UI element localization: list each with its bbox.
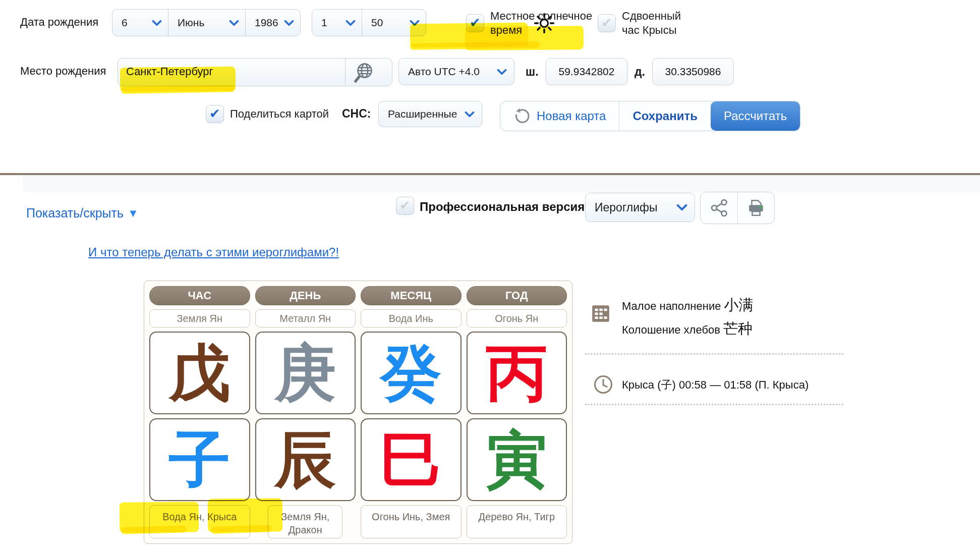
show-hide-toggle[interactable]: Показать/скрыть: [26, 206, 124, 221]
undo-icon: [513, 107, 531, 125]
place-search-button[interactable]: [345, 59, 382, 86]
chevron-down-icon: [410, 20, 420, 26]
solar-term-2-label: Колошение хлебов 芒种: [622, 319, 753, 339]
share-map-checkbox[interactable]: ✔: [206, 105, 224, 123]
chevron-down-icon: [676, 204, 687, 211]
date-select-group: 6 Июнь 1986: [112, 9, 301, 36]
chevron-down-icon: [465, 111, 475, 118]
chart-actions-group: Новая карта Сохранить Рассчитать: [500, 101, 800, 131]
cns-select[interactable]: Расширенные: [378, 101, 482, 127]
calendar-icon: [590, 303, 611, 324]
earthly-branch-cell: 子: [149, 418, 250, 501]
pro-version-checkbox[interactable]: ✔: [396, 197, 414, 215]
year-select[interactable]: 1986: [245, 10, 300, 36]
chevron-down-icon: [497, 69, 507, 75]
longitude-label: д.: [635, 65, 645, 79]
month-select[interactable]: Июнь: [168, 10, 245, 36]
hour-range-label: Крыса (子) 00:58 — 01:58 (П. Крыса): [622, 377, 809, 393]
checkmark-icon: ✔: [399, 199, 411, 212]
view-mode-select[interactable]: Иероглифы: [585, 193, 695, 222]
pillar-header: ДЕНЬ: [255, 286, 356, 305]
pillar-column-hour: ЧАС Земля Ян 戊 子 Вода Ян, Крыса: [149, 286, 250, 538]
highlight-marker: [410, 41, 540, 50]
share-button[interactable]: [701, 192, 737, 224]
pillar-column-day: ДЕНЬ Металл Ян 庚 辰 Земля Ян, Дракон: [255, 286, 356, 538]
new-chart-button[interactable]: Новая карта: [500, 101, 619, 131]
subbar-background: [23, 175, 980, 192]
pillar-animal: Огонь Инь, Змея: [361, 505, 462, 538]
chevron-down-icon: [345, 20, 356, 26]
earthly-branch-cell: 辰: [255, 418, 356, 501]
local-solar-time-label: Местное солнечное время: [490, 9, 594, 37]
dotted-divider: [585, 404, 843, 405]
earthly-branch-cell: 巳: [361, 418, 462, 501]
chevron-down-icon: [229, 20, 239, 26]
pillar-animal: Земля Ян, Дракон: [268, 505, 342, 538]
triangle-down-icon[interactable]: ▼: [128, 207, 139, 220]
share-map-label: Поделиться картой: [230, 107, 329, 121]
clock-icon: [593, 374, 613, 395]
birth-place-label: Место рождения: [20, 65, 106, 78]
bazi-calculator-page: Дата рождения 6 Июнь 1986: [0, 0, 980, 547]
place-input-group: [118, 58, 392, 86]
pillar-element: Металл Ян: [255, 309, 356, 327]
pillar-header: ЧАС: [149, 286, 250, 305]
latitude-input[interactable]: [546, 58, 627, 85]
time-select-group: 1 50: [312, 9, 426, 36]
solar-term-2-cjk: 芒种: [723, 320, 753, 337]
pillar-column-year: ГОД Огонь Ян 丙 寅 Дерево Ян, Тигр: [467, 286, 567, 538]
cns-label: СНС:: [342, 107, 371, 121]
share-icon: [710, 198, 729, 217]
pillar-element: Огонь Ян: [467, 309, 567, 327]
printer-icon: [746, 198, 766, 217]
solar-term-1-label: Малое наполнение 小满: [622, 295, 754, 315]
longitude-input[interactable]: [652, 58, 734, 85]
earthly-branch-cell: 寅: [467, 418, 567, 501]
latitude-label: ш.: [526, 65, 539, 79]
heavenly-stem-cell: 庚: [255, 332, 356, 414]
checkmark-icon: ✔: [601, 16, 612, 29]
heavenly-stem-cell: 癸: [361, 332, 462, 414]
day-select[interactable]: 6: [112, 10, 168, 36]
checkmark-icon: ✔: [209, 107, 220, 120]
timezone-select[interactable]: Авто UTC +4.0: [398, 58, 514, 85]
checkmark-icon: ✔: [470, 16, 481, 29]
solar-term-1-cjk: 小满: [724, 297, 754, 313]
pillar-animal: Дерево Ян, Тигр: [467, 505, 567, 538]
print-button[interactable]: [737, 192, 774, 224]
local-solar-time-checkbox[interactable]: ✔: [466, 14, 484, 32]
dotted-divider: [585, 353, 843, 355]
calculate-button[interactable]: Рассчитать: [711, 101, 800, 131]
pillar-element: Земля Ян: [149, 309, 250, 327]
heavenly-stem-cell: 戊: [149, 332, 250, 414]
double-rat-hour-label: Сдвоенный час Крысы: [622, 9, 698, 37]
heavenly-stem-cell: 丙: [467, 332, 567, 414]
save-button[interactable]: Сохранить: [619, 101, 711, 131]
birth-place-input[interactable]: [118, 59, 345, 85]
pillar-column-month: МЕСЯЦ Вода Инь 癸 巳 Огонь Инь, Змея: [361, 286, 462, 538]
birth-date-label: Дата рождения: [20, 16, 98, 29]
bazi-pillar-table: ЧАС Земля Ян 戊 子 Вода Ян, Крыса ДЕНЬ Мет…: [144, 281, 572, 544]
chevron-down-icon: [152, 20, 162, 26]
minute-select[interactable]: 50: [362, 10, 426, 36]
pro-version-label: Профессиональная версия: [420, 200, 585, 214]
pillar-animal: Вода Ян, Крыса: [149, 505, 250, 538]
pillar-header: МЕСЯЦ: [361, 286, 462, 305]
hour-select[interactable]: 1: [312, 10, 362, 36]
help-link[interactable]: И что теперь делать с этими иероглифами?…: [88, 245, 339, 259]
output-tools-group: [700, 192, 775, 224]
chevron-down-icon: [284, 20, 294, 26]
globe-search-icon: [353, 61, 375, 83]
pillar-header: ГОД: [467, 286, 567, 305]
double-rat-hour-checkbox[interactable]: ✔: [598, 14, 616, 32]
pillar-element: Вода Инь: [361, 309, 462, 327]
